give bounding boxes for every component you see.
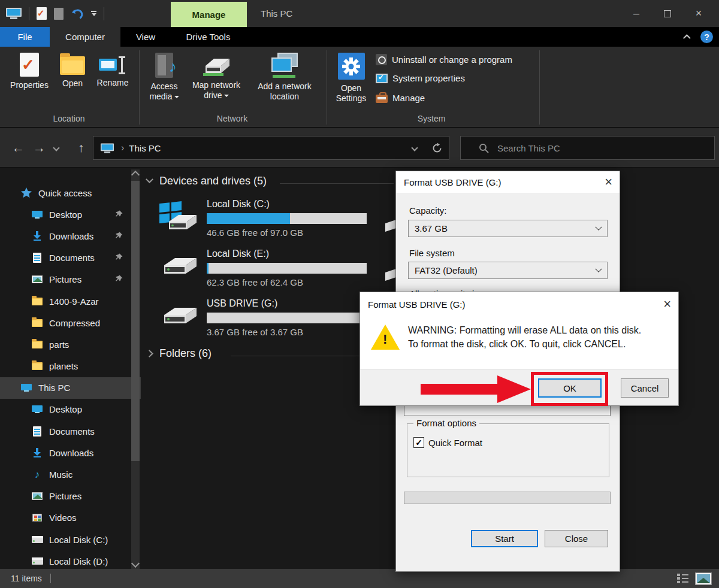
open-settings-button[interactable]: OpenSettings xyxy=(333,53,370,104)
drive-free-space: 46.6 GB free of 97.0 GB xyxy=(207,228,303,238)
tab-drive-tools[interactable]: Drive Tools xyxy=(171,27,246,47)
open-button[interactable]: Open xyxy=(56,53,89,89)
partial-drive-icon xyxy=(385,269,396,281)
breadcrumb[interactable]: This PC xyxy=(129,143,161,153)
tab-view[interactable]: View xyxy=(120,27,171,47)
sidebar-item-folder[interactable]: Compressed xyxy=(0,312,141,334)
close-button[interactable]: × xyxy=(683,0,714,27)
manage-contextual-tab[interactable]: Manage xyxy=(171,2,247,27)
address-dropdown-icon[interactable] xyxy=(411,144,418,151)
scroll-down-icon[interactable] xyxy=(131,559,140,568)
undo-icon[interactable] xyxy=(71,8,84,20)
sidebar-item-local-disk-d[interactable]: Local Disk (D:) xyxy=(0,550,141,569)
sidebar-item-pictures[interactable]: Pictures xyxy=(0,269,141,290)
help-icon[interactable]: ? xyxy=(700,31,713,43)
chevron-down-icon xyxy=(595,223,602,230)
large-icons-view-icon[interactable] xyxy=(695,572,712,585)
new-folder-qat-icon[interactable] xyxy=(54,8,64,20)
partial-drive-icon xyxy=(385,220,396,232)
drive-name[interactable]: Local Disk (E:) xyxy=(207,248,269,259)
properties-button[interactable]: ✓ Properties xyxy=(5,53,54,90)
file-system-dropdown[interactable]: FAT32 (Default) xyxy=(408,262,608,279)
close-icon[interactable]: × xyxy=(605,176,612,188)
group-label-network: Network xyxy=(186,114,279,123)
sidebar-item-folder[interactable]: 1400-9-Azar xyxy=(0,290,141,312)
details-view-icon[interactable] xyxy=(677,572,689,584)
uninstall-program-button[interactable]: Uninstall or change a program xyxy=(376,54,512,65)
tab-file[interactable]: File xyxy=(0,27,50,47)
navigation-pane: Quick access Desktop Downloads Documents… xyxy=(0,168,141,569)
manage-button[interactable]: Manage xyxy=(376,93,425,103)
sidebar-item-pictures[interactable]: Pictures xyxy=(0,486,141,507)
minimize-button[interactable]: – xyxy=(621,0,652,27)
sidebar-item-quick-access[interactable]: Quick access xyxy=(0,182,141,204)
properties-qat-icon[interactable]: ✓ xyxy=(37,7,47,20)
collapse-ribbon-icon[interactable] xyxy=(683,34,691,42)
drive-name[interactable]: USB DRIVE (G:) xyxy=(207,298,277,309)
close-icon[interactable]: × xyxy=(663,298,671,310)
scroll-up-icon[interactable] xyxy=(131,171,140,179)
chevron-down-icon[interactable] xyxy=(146,175,153,183)
sidebar-item-downloads[interactable]: Downloads xyxy=(0,225,141,247)
drive-name[interactable]: Local Disk (C:) xyxy=(207,199,270,210)
sidebar-item-documents[interactable]: Documents xyxy=(0,420,141,442)
pin-icon xyxy=(115,231,123,241)
format-dialog-titlebar[interactable]: Format USB DRIVE (G:) × xyxy=(396,171,620,193)
group-separator xyxy=(327,50,327,125)
close-format-button[interactable]: Close xyxy=(545,530,608,547)
sidebar-item-this-pc[interactable]: This PC xyxy=(0,377,141,399)
sidebar-item-documents[interactable]: Documents xyxy=(0,247,141,269)
star-icon xyxy=(20,187,32,198)
add-network-location-button[interactable]: Add a network location xyxy=(250,53,319,102)
drive-icon-c[interactable] xyxy=(159,201,199,234)
disk-icon xyxy=(31,557,43,565)
sidebar-item-folder[interactable]: parts xyxy=(0,334,141,355)
divider xyxy=(104,7,104,20)
sidebar-item-videos[interactable]: Videos xyxy=(0,507,141,529)
capacity-dropdown[interactable]: 3.67 GB xyxy=(408,220,608,237)
access-media-button[interactable]: ♪ Access media xyxy=(145,53,183,102)
chevron-down-icon xyxy=(595,265,602,272)
devices-and-drives-header[interactable]: Devices and drives (5) xyxy=(147,175,267,187)
address-bar[interactable]: › This PC xyxy=(93,136,449,160)
sidebar-item-folder[interactable]: planets xyxy=(0,356,141,377)
search-input[interactable] xyxy=(497,143,677,153)
warning-dialog-titlebar[interactable]: Format USB DRIVE (G:) × xyxy=(360,292,678,316)
quick-format-option[interactable]: ✓ Quick Format xyxy=(413,437,482,448)
sidebar-scrollbar[interactable] xyxy=(131,169,140,569)
forward-icon[interactable]: → xyxy=(33,128,46,168)
start-button[interactable]: Start xyxy=(471,530,538,547)
chevron-right-icon[interactable] xyxy=(146,350,153,357)
drive-icon-g[interactable] xyxy=(159,301,199,333)
up-icon[interactable]: ↑ xyxy=(78,128,84,168)
manage-toolbox-icon xyxy=(376,95,388,103)
sidebar-item-downloads[interactable]: Downloads xyxy=(0,442,141,463)
dropdown-arrow-icon xyxy=(174,96,179,98)
search-box[interactable] xyxy=(460,136,715,160)
format-options-group: Format options ✓ Quick Format xyxy=(407,423,609,477)
tab-computer[interactable]: Computer xyxy=(50,27,120,47)
system-properties-button[interactable]: System properties xyxy=(376,73,465,83)
uninstall-icon xyxy=(376,54,387,65)
window-title: This PC xyxy=(261,0,292,27)
cancel-button[interactable]: Cancel xyxy=(621,378,669,398)
customize-toolbar-dropdown-icon[interactable] xyxy=(91,11,96,16)
sidebar-item-local-disk-c[interactable]: Local Disk (C:) xyxy=(0,529,141,550)
back-icon[interactable]: ← xyxy=(12,128,25,168)
rename-button[interactable]: Rename xyxy=(90,53,135,88)
drive-icon-e[interactable] xyxy=(159,251,199,283)
sidebar-item-desktop[interactable]: Desktop xyxy=(0,204,141,225)
sidebar-item-music[interactable]: ♪ Music xyxy=(0,463,141,485)
folders-header[interactable]: Folders (6) xyxy=(147,347,212,360)
access-media-icon: ♪ xyxy=(155,53,173,78)
maximize-button[interactable] xyxy=(652,0,683,27)
quick-format-checkbox[interactable]: ✓ xyxy=(413,437,424,448)
disk-icon xyxy=(31,536,43,543)
map-network-drive-button[interactable]: Map network drive xyxy=(185,53,248,101)
scrollbar-thumb[interactable] xyxy=(131,181,140,461)
refresh-icon[interactable] xyxy=(431,143,443,154)
document-icon xyxy=(31,426,43,437)
window-controls: – × xyxy=(621,0,714,27)
recent-locations-chevron-icon[interactable] xyxy=(54,128,59,168)
sidebar-item-desktop[interactable]: Desktop xyxy=(0,399,141,420)
